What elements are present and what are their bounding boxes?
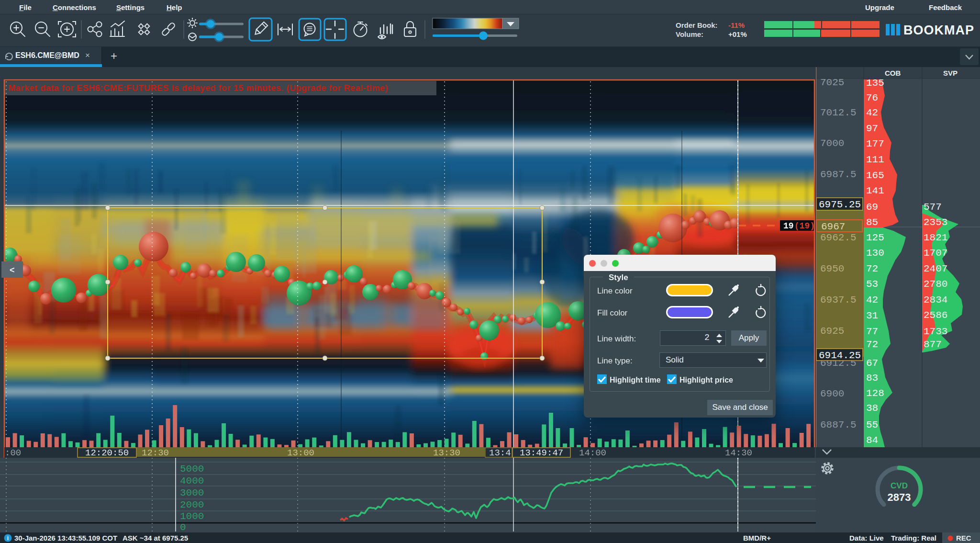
svg-text:31: 31 [866, 310, 878, 321]
svg-text:53: 53 [866, 279, 878, 290]
svg-text:3000: 3000 [180, 487, 204, 498]
svg-text:38: 38 [866, 403, 878, 414]
svg-text:128: 128 [866, 388, 884, 399]
svg-text:1707: 1707 [924, 248, 947, 259]
svg-text:577: 577 [924, 202, 942, 213]
svg-text:14:00: 14:00 [579, 448, 606, 458]
svg-text:2353: 2353 [924, 217, 947, 228]
svg-text:i: i [7, 535, 9, 542]
svg-text:COB: COB [885, 69, 901, 77]
svg-text:1821: 1821 [924, 232, 947, 243]
svg-text:5000: 5000 [180, 464, 204, 475]
svg-text:7012.5: 7012.5 [820, 107, 857, 118]
svg-text:177: 177 [866, 138, 884, 149]
svg-text:Market data for ESH6:CME:FUTUR: Market data for ESH6:CME:FUTURES is dela… [9, 83, 389, 93]
svg-text:6975.25: 6975.25 [819, 199, 861, 210]
svg-text:BOOKMAP: BOOKMAP [903, 23, 974, 37]
svg-text:1000: 1000 [180, 511, 204, 522]
svg-text:6937.5: 6937.5 [820, 294, 857, 305]
svg-text:4000: 4000 [180, 475, 204, 486]
svg-text:(19): (19) [794, 221, 815, 231]
svg-text:13:30: 13:30 [433, 448, 460, 458]
svg-text:67: 67 [866, 358, 878, 369]
svg-text:6887.5: 6887.5 [820, 419, 857, 430]
svg-text:13:49:47: 13:49:47 [520, 448, 563, 458]
svg-text::00: :00 [5, 448, 21, 458]
svg-text:13:00: 13:00 [287, 448, 314, 458]
svg-text:2834: 2834 [924, 294, 947, 305]
svg-text:77: 77 [866, 326, 878, 337]
svg-text:2873: 2873 [888, 491, 911, 503]
svg-text:72: 72 [866, 339, 878, 350]
svg-text:12:30: 12:30 [142, 448, 169, 458]
svg-text:72: 72 [866, 263, 878, 274]
svg-text:83: 83 [866, 373, 878, 384]
svg-text:0: 0 [180, 522, 186, 532]
svg-text:877: 877 [924, 339, 942, 350]
svg-text:6962.5: 6962.5 [820, 232, 857, 243]
svg-text:69: 69 [866, 202, 878, 213]
svg-text:141: 141 [866, 185, 884, 196]
svg-text:1733: 1733 [924, 326, 947, 337]
svg-text:13:4: 13:4 [489, 448, 511, 458]
svg-text:85: 85 [866, 217, 878, 228]
svg-text:6950: 6950 [820, 263, 844, 274]
svg-text:2780: 2780 [924, 279, 947, 290]
svg-text:12:20:50: 12:20:50 [85, 448, 129, 458]
svg-text:165: 165 [866, 170, 884, 181]
svg-text:130: 130 [866, 248, 884, 259]
svg-text:42: 42 [866, 107, 878, 118]
svg-text:6925: 6925 [820, 326, 844, 337]
svg-text:6987.5: 6987.5 [820, 169, 857, 180]
svg-text:76: 76 [866, 92, 878, 103]
svg-text:6900: 6900 [820, 388, 844, 399]
svg-text:125: 125 [866, 232, 884, 243]
svg-text:84: 84 [866, 435, 878, 446]
svg-text:SVP: SVP [943, 69, 958, 77]
svg-text:55: 55 [866, 419, 878, 430]
svg-text:<: < [10, 265, 15, 275]
svg-text:19: 19 [783, 221, 794, 231]
svg-text:6967: 6967 [821, 221, 845, 232]
svg-text:14:30: 14:30 [725, 448, 752, 458]
svg-text:7025: 7025 [820, 77, 844, 88]
svg-text:135: 135 [866, 78, 884, 89]
svg-text:111: 111 [866, 154, 884, 165]
svg-text:2407: 2407 [924, 263, 947, 274]
svg-text:97: 97 [866, 123, 878, 134]
svg-text:CVD: CVD [891, 481, 908, 490]
svg-text:42: 42 [866, 294, 878, 305]
svg-text:2586: 2586 [924, 310, 947, 321]
svg-text:2000: 2000 [180, 499, 204, 510]
svg-text:7000: 7000 [820, 138, 844, 149]
svg-text:6914.25: 6914.25 [819, 350, 861, 361]
